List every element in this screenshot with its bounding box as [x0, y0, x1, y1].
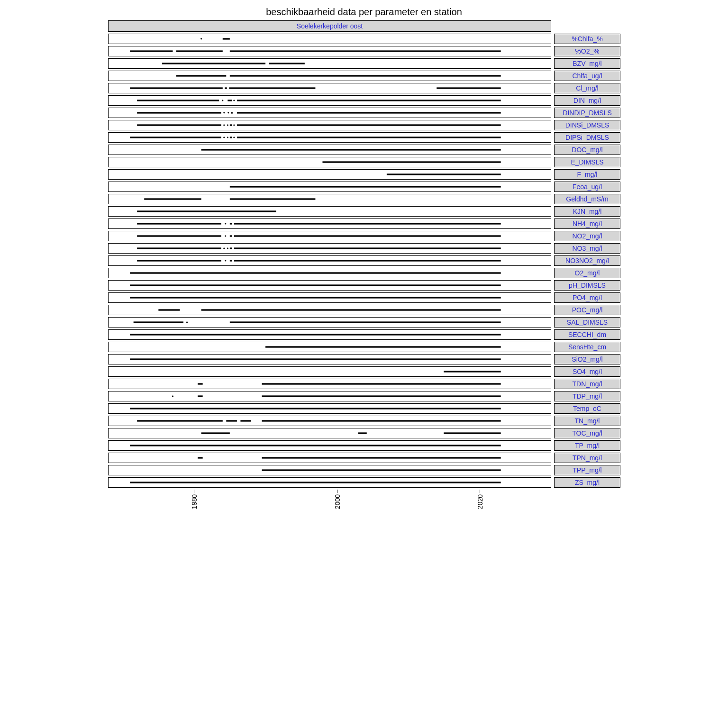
panel-SiO2-mg-l — [108, 354, 551, 364]
panel-pH-DIMSLS — [108, 280, 551, 291]
svg-point-20 — [228, 112, 229, 114]
panel-Temp-oC — [108, 403, 551, 414]
svg-rect-40 — [230, 198, 316, 200]
svg-rect-6 — [269, 63, 305, 64]
svg-point-56 — [225, 260, 226, 262]
panel-SensHte-cm — [108, 342, 551, 352]
svg-rect-48 — [230, 235, 232, 237]
x-axis: 198020002020 — [108, 490, 551, 518]
param-strip: DOC_mg/l — [554, 145, 620, 155]
panel-O2-mg-l — [108, 268, 551, 278]
svg-point-51 — [223, 248, 225, 249]
svg-rect-69 — [130, 358, 501, 360]
panel-DIPSi-DMSLS — [108, 132, 551, 143]
param-strip: SAL_DIMSLS — [554, 317, 620, 328]
svg-rect-29 — [130, 136, 221, 138]
svg-rect-82 — [358, 432, 367, 434]
svg-rect-12 — [437, 87, 500, 89]
svg-rect-78 — [226, 420, 237, 421]
panel-ZS-mg-l — [108, 477, 551, 488]
param-strip: ZS_mg/l — [554, 477, 620, 488]
svg-rect-41 — [137, 210, 276, 212]
svg-rect-59 — [130, 272, 501, 273]
svg-rect-13 — [137, 100, 219, 101]
svg-point-24 — [223, 125, 225, 126]
svg-rect-23 — [137, 124, 221, 126]
param-strip: DIPSi_DMSLS — [554, 132, 620, 143]
svg-rect-37 — [387, 173, 501, 175]
svg-rect-60 — [130, 284, 501, 286]
svg-rect-53 — [230, 247, 232, 249]
panel-SO4-mg-l — [108, 366, 551, 377]
panel-NO2-mg-l — [108, 231, 551, 241]
svg-rect-58 — [234, 260, 501, 261]
param-strip: PO4_mg/l — [554, 292, 620, 303]
svg-rect-62 — [158, 309, 180, 310]
svg-rect-72 — [262, 383, 501, 384]
svg-rect-10 — [225, 87, 227, 89]
svg-rect-22 — [237, 112, 501, 113]
panel-TN-mg-l — [108, 416, 551, 426]
svg-point-73 — [172, 396, 173, 397]
svg-point-31 — [227, 137, 228, 138]
svg-rect-17 — [237, 100, 501, 101]
panel-SECCHI-dm — [108, 329, 551, 340]
panel-NO3-mg-l — [108, 243, 551, 254]
param-strip: TDN_mg/l — [554, 379, 620, 389]
svg-rect-3 — [176, 50, 223, 52]
svg-rect-81 — [201, 432, 230, 434]
svg-point-16 — [233, 100, 235, 101]
param-strip: TN_mg/l — [554, 416, 620, 426]
panel-Geldhd-mS-m — [108, 194, 551, 204]
param-strip: %Chlfa_% — [554, 34, 620, 44]
svg-rect-70 — [444, 371, 500, 372]
panel-NH4-mg-l — [108, 218, 551, 229]
svg-rect-64 — [134, 321, 183, 323]
param-strip: SiO2_mg/l — [554, 354, 620, 364]
panel-PO4-mg-l — [108, 292, 551, 303]
svg-rect-36 — [322, 161, 500, 163]
svg-rect-4 — [230, 50, 501, 52]
panel-POC-mg-l — [108, 305, 551, 315]
svg-rect-84 — [130, 445, 501, 446]
panel-NO3NO2-mg-l — [108, 255, 551, 266]
svg-rect-9 — [130, 87, 223, 89]
panel-TOC-mg-l — [108, 428, 551, 438]
svg-rect-38 — [230, 186, 501, 187]
svg-point-30 — [223, 137, 225, 138]
param-strip: TP_mg/l — [554, 440, 620, 451]
param-strip: F_mg/l — [554, 169, 620, 180]
svg-rect-8 — [230, 75, 501, 76]
svg-rect-44 — [230, 223, 232, 224]
param-strip: NH4_mg/l — [554, 218, 620, 229]
svg-rect-11 — [229, 87, 315, 89]
x-tick-label: 2020 — [476, 494, 484, 509]
param-strip: %O2_% — [554, 46, 620, 56]
svg-point-47 — [225, 236, 226, 237]
svg-rect-54 — [234, 247, 501, 249]
svg-rect-39 — [144, 198, 201, 200]
panel-TP-mg-l — [108, 440, 551, 451]
param-strip: TPP_mg/l — [554, 465, 620, 475]
svg-rect-87 — [262, 469, 501, 471]
svg-point-33 — [233, 137, 235, 138]
svg-point-0 — [200, 38, 202, 40]
svg-rect-61 — [130, 297, 501, 298]
panel-KJN-mg-l — [108, 206, 551, 217]
station-strip: Soelekerkepolder oost — [108, 20, 551, 32]
panel-E-DIMSLS — [108, 157, 551, 167]
svg-point-65 — [186, 322, 188, 323]
param-strip: E_DIMSLS — [554, 157, 620, 167]
svg-rect-68 — [265, 346, 501, 347]
chart-title: beschikbaarheid data per parameter en st… — [108, 7, 620, 18]
param-strip: SO4_mg/l — [554, 366, 620, 377]
panel--Chlfa- — [108, 34, 551, 44]
param-strip: KJN_mg/l — [554, 206, 620, 217]
svg-rect-18 — [137, 112, 221, 113]
x-tick-label: 1980 — [191, 494, 198, 509]
svg-rect-15 — [228, 100, 232, 101]
svg-rect-45 — [234, 223, 501, 224]
svg-rect-50 — [137, 247, 221, 249]
svg-rect-21 — [231, 112, 233, 113]
param-strip: NO2_mg/l — [554, 231, 620, 241]
